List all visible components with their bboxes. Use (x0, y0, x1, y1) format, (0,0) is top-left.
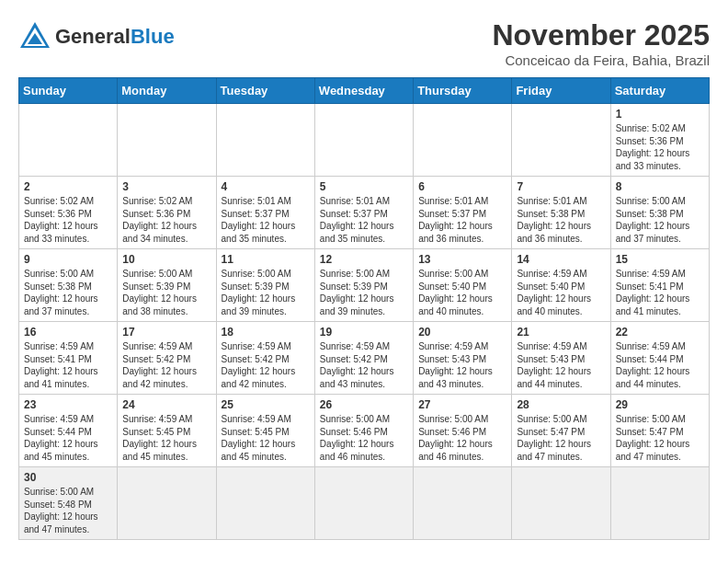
day-of-week-header: Thursday (414, 78, 512, 104)
day-info: Sunrise: 4:59 AM Sunset: 5:40 PM Dayligh… (517, 268, 605, 317)
day-number: 15 (616, 253, 704, 266)
calendar-day-cell (314, 467, 413, 540)
day-info: Sunrise: 5:00 AM Sunset: 5:39 PM Dayligh… (222, 268, 310, 317)
calendar-day-cell: 11Sunrise: 5:00 AM Sunset: 5:39 PM Dayli… (216, 249, 314, 322)
calendar-week-row: 9Sunrise: 5:00 AM Sunset: 5:38 PM Daylig… (19, 249, 710, 322)
calendar-day-cell: 1Sunrise: 5:02 AM Sunset: 5:36 PM Daylig… (610, 104, 709, 177)
month-title: November 2025 (492, 18, 710, 52)
calendar-day-cell: 16Sunrise: 4:59 AM Sunset: 5:41 PM Dayli… (19, 322, 118, 395)
calendar-day-cell: 22Sunrise: 4:59 AM Sunset: 5:44 PM Dayli… (610, 322, 709, 395)
day-info: Sunrise: 4:59 AM Sunset: 5:44 PM Dayligh… (24, 413, 112, 463)
day-info: Sunrise: 4:59 AM Sunset: 5:42 PM Dayligh… (320, 340, 408, 390)
day-number: 26 (320, 398, 408, 411)
calendar-day-cell: 3Sunrise: 5:02 AM Sunset: 5:36 PM Daylig… (118, 177, 216, 249)
calendar-day-cell: 20Sunrise: 4:59 AM Sunset: 5:43 PM Dayli… (414, 322, 512, 395)
calendar-day-cell: 29Sunrise: 5:00 AM Sunset: 5:47 PM Dayli… (610, 395, 709, 467)
day-number: 21 (517, 326, 605, 339)
day-of-week-header: Monday (118, 78, 216, 104)
day-number: 27 (418, 398, 506, 411)
day-number: 4 (222, 180, 310, 193)
day-info: Sunrise: 5:00 AM Sunset: 5:46 PM Dayligh… (320, 413, 408, 463)
day-number: 20 (418, 326, 506, 339)
day-info: Sunrise: 5:00 AM Sunset: 5:47 PM Dayligh… (616, 413, 704, 463)
day-number: 22 (616, 326, 704, 339)
day-info: Sunrise: 5:02 AM Sunset: 5:36 PM Dayligh… (616, 122, 704, 172)
day-info: Sunrise: 4:59 AM Sunset: 5:41 PM Dayligh… (24, 340, 112, 390)
day-number: 2 (24, 180, 112, 193)
calendar-table: SundayMondayTuesdayWednesdayThursdayFrid… (18, 77, 710, 540)
day-number: 13 (418, 253, 506, 266)
calendar-week-row: 1Sunrise: 5:02 AM Sunset: 5:36 PM Daylig… (19, 104, 710, 177)
day-of-week-header: Saturday (610, 78, 709, 104)
calendar-day-cell: 30Sunrise: 5:00 AM Sunset: 5:48 PM Dayli… (19, 467, 118, 540)
day-number: 24 (122, 398, 210, 411)
calendar-week-row: 23Sunrise: 4:59 AM Sunset: 5:44 PM Dayli… (19, 395, 710, 467)
day-info: Sunrise: 4:59 AM Sunset: 5:41 PM Dayligh… (616, 268, 704, 317)
day-info: Sunrise: 5:00 AM Sunset: 5:38 PM Dayligh… (24, 268, 112, 317)
day-info: Sunrise: 4:59 AM Sunset: 5:43 PM Dayligh… (418, 340, 506, 390)
calendar-day-cell: 5Sunrise: 5:01 AM Sunset: 5:37 PM Daylig… (314, 177, 413, 249)
calendar-day-cell (118, 104, 216, 177)
day-info: Sunrise: 5:00 AM Sunset: 5:39 PM Dayligh… (320, 268, 408, 317)
calendar-week-row: 16Sunrise: 4:59 AM Sunset: 5:41 PM Dayli… (19, 322, 710, 395)
calendar-day-cell: 17Sunrise: 4:59 AM Sunset: 5:42 PM Dayli… (118, 322, 216, 395)
day-number: 5 (320, 180, 408, 193)
day-number: 1 (616, 108, 704, 121)
day-info: Sunrise: 5:00 AM Sunset: 5:38 PM Dayligh… (616, 195, 704, 245)
calendar-day-cell: 6Sunrise: 5:01 AM Sunset: 5:37 PM Daylig… (414, 177, 512, 249)
day-number: 17 (122, 326, 210, 339)
calendar-day-cell: 4Sunrise: 5:01 AM Sunset: 5:37 PM Daylig… (216, 177, 314, 249)
day-info: Sunrise: 5:00 AM Sunset: 5:47 PM Dayligh… (517, 413, 605, 463)
calendar-day-cell (414, 104, 512, 177)
day-number: 16 (24, 326, 112, 339)
calendar-day-cell: 15Sunrise: 4:59 AM Sunset: 5:41 PM Dayli… (610, 249, 709, 322)
day-number: 14 (517, 253, 605, 266)
day-info: Sunrise: 4:59 AM Sunset: 5:42 PM Dayligh… (122, 340, 210, 390)
day-of-week-header: Sunday (19, 78, 118, 104)
calendar-day-cell: 7Sunrise: 5:01 AM Sunset: 5:38 PM Daylig… (512, 177, 610, 249)
calendar-day-cell: 24Sunrise: 4:59 AM Sunset: 5:45 PM Dayli… (118, 395, 216, 467)
calendar-day-cell: 10Sunrise: 5:00 AM Sunset: 5:39 PM Dayli… (118, 249, 216, 322)
day-number: 11 (222, 253, 310, 266)
calendar-day-cell: 28Sunrise: 5:00 AM Sunset: 5:47 PM Dayli… (512, 395, 610, 467)
calendar-day-cell (314, 104, 413, 177)
day-number: 9 (24, 253, 112, 266)
calendar-day-cell: 21Sunrise: 4:59 AM Sunset: 5:43 PM Dayli… (512, 322, 610, 395)
calendar-week-row: 30Sunrise: 5:00 AM Sunset: 5:48 PM Dayli… (19, 467, 710, 540)
location: Conceicao da Feira, Bahia, Brazil (492, 52, 710, 68)
calendar-week-row: 2Sunrise: 5:02 AM Sunset: 5:36 PM Daylig… (19, 177, 710, 249)
day-number: 28 (517, 398, 605, 411)
calendar-day-cell: 13Sunrise: 5:00 AM Sunset: 5:40 PM Dayli… (414, 249, 512, 322)
day-info: Sunrise: 5:01 AM Sunset: 5:38 PM Dayligh… (517, 195, 605, 245)
day-info: Sunrise: 5:01 AM Sunset: 5:37 PM Dayligh… (222, 195, 310, 245)
day-number: 25 (222, 398, 310, 411)
day-of-week-header: Wednesday (314, 78, 413, 104)
day-info: Sunrise: 4:59 AM Sunset: 5:43 PM Dayligh… (517, 340, 605, 390)
calendar-day-cell (512, 104, 610, 177)
day-info: Sunrise: 5:00 AM Sunset: 5:46 PM Dayligh… (418, 413, 506, 463)
calendar-day-cell: 18Sunrise: 4:59 AM Sunset: 5:42 PM Dayli… (216, 322, 314, 395)
day-info: Sunrise: 5:00 AM Sunset: 5:40 PM Dayligh… (418, 268, 506, 317)
day-number: 8 (616, 180, 704, 193)
day-number: 29 (616, 398, 704, 411)
day-number: 19 (320, 326, 408, 339)
calendar-day-cell: 23Sunrise: 4:59 AM Sunset: 5:44 PM Dayli… (19, 395, 118, 467)
calendar-day-cell: 19Sunrise: 4:59 AM Sunset: 5:42 PM Dayli… (314, 322, 413, 395)
calendar-day-cell (414, 467, 512, 540)
day-of-week-header: Tuesday (216, 78, 314, 104)
calendar-day-cell (610, 467, 709, 540)
day-info: Sunrise: 5:00 AM Sunset: 5:48 PM Dayligh… (24, 486, 112, 535)
day-info: Sunrise: 4:59 AM Sunset: 5:44 PM Dayligh… (616, 340, 704, 390)
calendar-day-cell (216, 104, 314, 177)
calendar-day-cell: 12Sunrise: 5:00 AM Sunset: 5:39 PM Dayli… (314, 249, 413, 322)
calendar-day-cell (512, 467, 610, 540)
calendar-day-cell: 8Sunrise: 5:00 AM Sunset: 5:38 PM Daylig… (610, 177, 709, 249)
logo-icon (18, 18, 51, 55)
logo-text: GeneralBlue (55, 25, 175, 49)
calendar-day-cell: 14Sunrise: 4:59 AM Sunset: 5:40 PM Dayli… (512, 249, 610, 322)
title-section: November 2025 Conceicao da Feira, Bahia,… (492, 18, 710, 68)
calendar-day-cell: 26Sunrise: 5:00 AM Sunset: 5:46 PM Dayli… (314, 395, 413, 467)
day-info: Sunrise: 4:59 AM Sunset: 5:45 PM Dayligh… (122, 413, 210, 463)
day-of-week-header: Friday (512, 78, 610, 104)
calendar-day-cell: 2Sunrise: 5:02 AM Sunset: 5:36 PM Daylig… (19, 177, 118, 249)
